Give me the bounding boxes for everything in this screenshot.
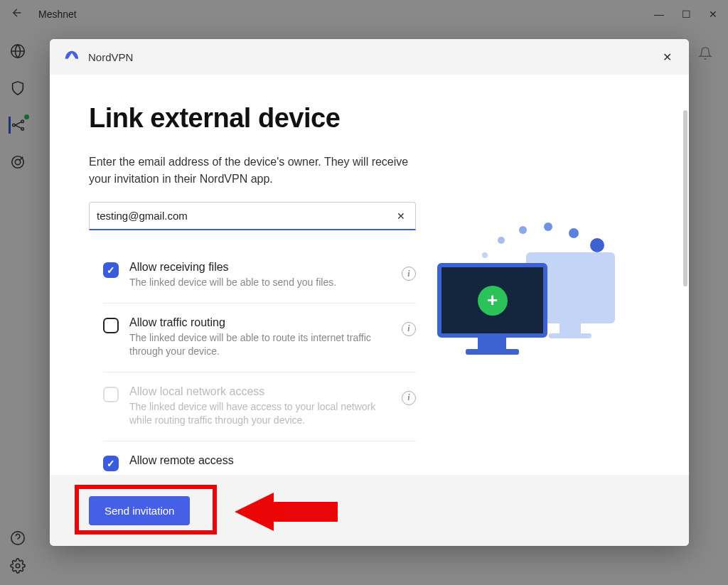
checkbox-traffic-routing[interactable] xyxy=(103,318,119,333)
option-description: The linked device will be able to send y… xyxy=(129,276,395,290)
scrollbar[interactable] xyxy=(683,110,687,404)
dialog-app-name: NordVPN xyxy=(88,51,133,63)
option-receiving-files: Allow receiving files The linked device … xyxy=(103,248,416,304)
clear-input-icon[interactable]: ✕ xyxy=(394,208,408,225)
svg-marker-8 xyxy=(235,493,338,531)
option-remote-access: Allow remote access xyxy=(103,441,416,475)
option-traffic-routing: Allow traffic routing The linked device … xyxy=(103,304,416,372)
option-local-network: Allow local network access The linked de… xyxy=(103,372,416,441)
checkbox-receiving-files[interactable] xyxy=(103,262,119,278)
link-device-dialog: NordVPN ✕ Link external device Enter the… xyxy=(50,39,689,546)
dialog-close-button[interactable]: ✕ xyxy=(660,48,675,67)
checkbox-remote-access[interactable] xyxy=(103,456,119,471)
dialog-intro-text: Enter the email address of the device's … xyxy=(89,154,416,188)
send-invitation-button[interactable]: Send invitation xyxy=(89,496,190,525)
notification-bell-icon[interactable] xyxy=(698,46,712,63)
annotation-arrow-icon xyxy=(235,490,341,533)
email-field[interactable]: ✕ xyxy=(89,202,416,230)
option-title: Allow local network access xyxy=(129,385,395,398)
info-icon[interactable]: i xyxy=(402,391,416,405)
dialog-titlebar: NordVPN ✕ xyxy=(50,39,689,75)
option-description: The linked device will have access to yo… xyxy=(129,400,395,428)
info-icon[interactable]: i xyxy=(402,267,416,281)
option-title: Allow remote access xyxy=(129,454,416,467)
info-icon[interactable]: i xyxy=(402,322,416,336)
nordvpn-logo-icon xyxy=(64,49,80,65)
dialog-heading: Link external device xyxy=(89,103,416,134)
option-title: Allow receiving files xyxy=(129,261,395,274)
dialog-footer: Send invitation xyxy=(50,475,689,546)
option-description: The linked device will be able to route … xyxy=(129,331,395,359)
checkbox-local-network xyxy=(103,387,119,402)
option-title: Allow traffic routing xyxy=(129,316,395,329)
plus-icon: + xyxy=(478,286,508,316)
email-input[interactable] xyxy=(97,210,394,222)
illustration: + xyxy=(416,103,629,475)
